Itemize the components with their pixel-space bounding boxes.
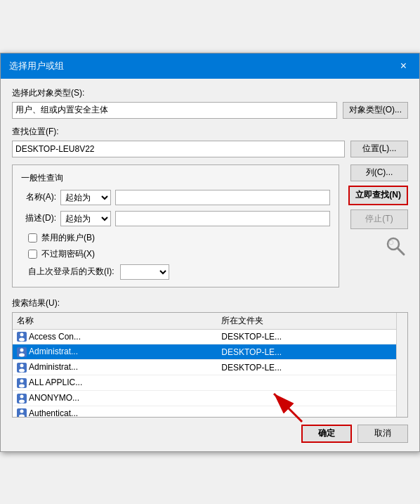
- name-select[interactable]: 起始为: [60, 190, 111, 205]
- desc-select[interactable]: 起始为: [60, 211, 111, 226]
- cancel-button[interactable]: 取消: [357, 425, 408, 443]
- svg-point-11: [20, 394, 24, 398]
- user-icon: [17, 332, 27, 342]
- dialog-title: 选择用户或组: [9, 60, 64, 72]
- general-query-box: 一般性查询 名称(A): 起始为 描述(D): 起始为: [12, 164, 339, 287]
- user-icon: [17, 378, 27, 388]
- table-row[interactable]: Authenticat...: [13, 406, 407, 417]
- object-type-input[interactable]: [12, 102, 337, 119]
- select-user-dialog: 选择用户或组 × 选择此对象类型(S): 对象类型(O)... 查找位置(F):…: [0, 53, 420, 452]
- location-label: 查找位置(F):: [12, 126, 408, 138]
- object-type-row: 对象类型(O)...: [12, 102, 408, 119]
- object-type-label: 选择此对象类型(S):: [12, 87, 408, 99]
- search-now-button[interactable]: 立即查找(N): [348, 186, 408, 205]
- name-label: 名称(A):: [21, 191, 56, 203]
- no-expire-checkbox[interactable]: [28, 250, 37, 259]
- table-row[interactable]: Access Con...DESKTOP-LE...: [13, 329, 407, 344]
- cell-folder: [217, 406, 407, 417]
- table-row[interactable]: ALL APPLIC...: [13, 375, 407, 390]
- name-query-row: 名称(A): 起始为: [21, 190, 330, 205]
- cell-name: ANONYMO...: [13, 390, 217, 406]
- results-table-container: 名称 所在文件夹 Access Con...DESKTOP-LE...Admin…: [12, 312, 408, 418]
- table-row[interactable]: ANONYMO...: [13, 390, 407, 406]
- close-button[interactable]: ×: [396, 59, 411, 73]
- main-content: 一般性查询 名称(A): 起始为 描述(D): 起始为: [12, 164, 408, 295]
- days-select[interactable]: [120, 264, 169, 280]
- columns-button[interactable]: 列(C)...: [350, 164, 408, 181]
- user-icon: [17, 408, 27, 417]
- desc-input[interactable]: [115, 211, 330, 226]
- cell-folder: DESKTOP-LE...: [217, 329, 407, 344]
- results-label: 搜索结果(U):: [12, 297, 408, 309]
- user-icon: [17, 347, 27, 357]
- left-section: 一般性查询 名称(A): 起始为 描述(D): 起始为: [12, 164, 339, 295]
- dialog-body: 选择此对象类型(S): 对象类型(O)... 查找位置(F): 位置(L)...…: [1, 79, 419, 451]
- title-bar: 选择用户或组 ×: [1, 53, 419, 79]
- svg-point-7: [20, 363, 24, 367]
- cell-name: Access Con...: [13, 329, 217, 344]
- svg-point-14: [19, 415, 25, 418]
- object-type-button[interactable]: 对象类型(O)...: [343, 102, 408, 119]
- right-button-col: 列(C)... 立即查找(N) 停止(T): [345, 164, 408, 295]
- user-icon: [17, 363, 27, 373]
- results-area: 搜索结果(U): 名称 所在文件夹 Access Con...DESKTOP-L…: [12, 297, 408, 418]
- days-label: 自上次登录后的天数(I):: [28, 266, 114, 278]
- desc-label: 描述(D):: [21, 212, 56, 224]
- desc-query-row: 描述(D): 起始为: [21, 211, 330, 226]
- col-header-name: 名称: [13, 313, 217, 330]
- stop-button[interactable]: 停止(T): [350, 209, 408, 229]
- cell-name: Administrat...: [13, 344, 217, 360]
- cell-folder: DESKTOP-LE...: [217, 360, 407, 375]
- cell-folder: [217, 375, 407, 390]
- svg-point-2: [389, 240, 393, 245]
- cell-name: Authenticat...: [13, 406, 217, 417]
- location-button[interactable]: 位置(L)...: [350, 141, 408, 157]
- cell-name: ALL APPLIC...: [13, 375, 217, 390]
- search-icon: [383, 233, 408, 259]
- disabled-account-row: 禁用的账户(B): [21, 232, 330, 244]
- svg-point-5: [20, 349, 24, 352]
- svg-point-12: [19, 399, 25, 403]
- cell-folder: [217, 390, 407, 406]
- svg-point-6: [19, 354, 25, 357]
- name-input[interactable]: [115, 190, 330, 205]
- svg-point-3: [20, 333, 24, 337]
- no-expire-row: 不过期密码(X): [21, 248, 330, 260]
- cell-folder: DESKTOP-LE...: [217, 344, 407, 360]
- disabled-account-label: 禁用的账户(B): [41, 232, 95, 244]
- scrollbar[interactable]: [396, 313, 407, 417]
- user-icon: [17, 394, 27, 403]
- disabled-account-checkbox[interactable]: [28, 233, 37, 243]
- col-header-folder: 所在文件夹: [217, 313, 407, 330]
- location-row: 位置(L)...: [12, 141, 408, 157]
- svg-point-13: [20, 410, 24, 413]
- svg-point-9: [20, 379, 24, 382]
- svg-line-1: [398, 248, 404, 254]
- svg-point-10: [19, 384, 25, 387]
- general-query-title: 一般性查询: [21, 172, 330, 184]
- no-expire-label: 不过期密码(X): [41, 248, 95, 260]
- svg-point-8: [19, 368, 25, 372]
- table-row[interactable]: Administrat...DESKTOP-LE...: [13, 360, 407, 375]
- cell-name: Administrat...: [13, 360, 217, 375]
- location-input[interactable]: [12, 141, 345, 157]
- days-row: 自上次登录后的天数(I):: [21, 264, 330, 280]
- results-table: 名称 所在文件夹 Access Con...DESKTOP-LE...Admin…: [13, 313, 407, 418]
- table-row[interactable]: Administrat...DESKTOP-LE...: [13, 344, 407, 360]
- confirm-row: 确定 取消: [12, 425, 408, 443]
- svg-point-4: [19, 338, 25, 342]
- confirm-button[interactable]: 确定: [301, 425, 352, 443]
